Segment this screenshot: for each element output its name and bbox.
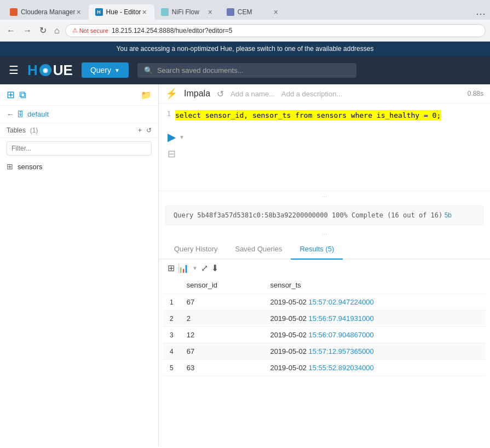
tab-close-cem[interactable]: ×	[273, 8, 279, 16]
tab-icon-cm	[10, 8, 18, 16]
sidebar: ⊞ ⧉ 📁 ← 🗄 default Tables (1) + ↺ ⊞ senso…	[0, 84, 159, 446]
folder-icon[interactable]: 📁	[141, 90, 152, 100]
add-name-field[interactable]: Add a name...	[230, 90, 275, 98]
editor-area: ⚡ Impala ↺ Add a name... Add a descripti…	[159, 84, 490, 446]
app-header: ☰ H ◉ UE Query ▼ 🔍	[0, 56, 490, 84]
tab-label-hue: Hue - Editor	[106, 8, 141, 16]
not-secure-label: Not secure	[79, 27, 108, 34]
home-button[interactable]: ⌂	[52, 25, 62, 37]
breadcrumb: ← 🗄 default	[0, 106, 158, 123]
tab-icon-nifi	[161, 8, 169, 16]
url-text: 18.215.124.254:8888/hue/editor?editor=5	[112, 27, 233, 35]
chart-dropdown-arrow[interactable]: ▼	[192, 265, 198, 271]
drag-handle-top[interactable]: ···	[159, 191, 490, 202]
tab-label-cm: Cloudera Manager	[21, 8, 75, 16]
database-icon: 🗄	[17, 110, 24, 118]
code-content[interactable]: select sensor_id, sensor_ts from sensors…	[175, 109, 490, 120]
reload-button[interactable]: ↻	[37, 24, 49, 37]
row-num-2: 2	[163, 311, 180, 327]
saved-queries-label: Saved Queries	[235, 245, 282, 253]
search-input[interactable]	[157, 66, 267, 74]
back-arrow-icon[interactable]: ←	[7, 110, 14, 118]
table-row: 1 67 2019-05-02 15:57:02.947224000	[163, 294, 486, 311]
add-desc-field[interactable]: Add a description...	[281, 90, 342, 98]
tab-query-history[interactable]: Query History	[165, 239, 226, 260]
url-box[interactable]: ⚠ Not secure 18.215.124.254:8888/hue/edi…	[65, 24, 486, 37]
cell-sensor-id-2: 2	[180, 311, 264, 327]
main-layout: ⊞ ⧉ 📁 ← 🗄 default Tables (1) + ↺ ⊞ senso…	[0, 84, 490, 446]
not-secure-indicator: ⚠ Not secure	[72, 27, 108, 34]
results-toolbar: ⊞ 📊 ▼ ⤢ ⬇	[163, 260, 486, 277]
tab-saved-queries[interactable]: Saved Queries	[226, 239, 291, 260]
new-tab-button[interactable]: ⋯	[471, 8, 490, 20]
table-row: 5 63 2019-05-02 15:55:52.892034000	[163, 360, 486, 376]
chart-icon[interactable]: 📊	[178, 263, 189, 273]
cell-sensor-id-1: 67	[180, 294, 264, 311]
back-button[interactable]: ←	[4, 25, 18, 37]
query-detail-link[interactable]: 5b	[445, 211, 452, 219]
search-icon: 🔍	[144, 66, 153, 74]
table-item-sensors[interactable]: ⊞ sensors	[0, 159, 158, 174]
col-header-num	[163, 277, 180, 294]
query-timer: 0.88s	[468, 90, 483, 97]
tables-count: (1)	[30, 127, 38, 134]
table-filter-input[interactable]	[7, 141, 152, 156]
tables-header: Tables (1) + ↺	[0, 123, 158, 138]
database-stack-icon[interactable]: ⊞	[7, 89, 15, 101]
line-number-1: 1	[159, 110, 171, 118]
results-table-body: 1 67 2019-05-02 15:57:02.947224000 2 2 2…	[163, 294, 486, 376]
history-button[interactable]: ↺	[217, 89, 224, 99]
sidebar-toolbar: ⊞ ⧉ 📁	[0, 84, 158, 106]
table-icon: ⊞	[7, 162, 13, 171]
tab-close-hue[interactable]: ×	[141, 8, 148, 16]
drag-handle-bottom[interactable]: ···	[159, 228, 490, 239]
copy-icon[interactable]: ⧉	[19, 89, 26, 101]
address-bar: ← → ↻ ⌂ ⚠ Not secure 18.215.124.254:8888…	[0, 20, 490, 42]
table-actions[interactable]: + ↺	[138, 127, 152, 134]
row-num-4: 4	[163, 343, 180, 360]
hue-logo: H ◉ UE	[27, 62, 73, 79]
hamburger-icon[interactable]: ☰	[9, 64, 19, 77]
grid-view-icon[interactable]: ⊞	[168, 263, 175, 273]
download-icon[interactable]: ⬇	[211, 263, 218, 273]
logo-circle: ◉	[39, 64, 51, 76]
run-button[interactable]: ▶ ▼	[168, 130, 185, 143]
table-row: 4 67 2019-05-02 15:57:12.957365000	[163, 343, 486, 360]
col-header-sensor-ts: sensor_ts	[263, 277, 486, 294]
tab-nifi[interactable]: NiFi Flow ×	[154, 4, 220, 20]
browser-chrome: Cloudera Manager × H Hue - Editor × NiFi…	[0, 0, 490, 42]
editor-topbar: ⚡ Impala ↺ Add a name... Add a descripti…	[159, 84, 490, 104]
tab-bar: Cloudera Manager × H Hue - Editor × NiFi…	[0, 0, 490, 20]
tab-close-nifi[interactable]: ×	[207, 8, 214, 16]
tab-cem[interactable]: CEM ×	[220, 4, 286, 20]
add-table-icon[interactable]: +	[138, 127, 142, 134]
tab-icon-hue: H	[95, 8, 103, 16]
tab-hue-editor[interactable]: H Hue - Editor ×	[89, 4, 154, 20]
db-name-label[interactable]: default	[27, 110, 49, 118]
tab-close-cm[interactable]: ×	[75, 8, 82, 16]
query-button[interactable]: Query ▼	[82, 62, 129, 78]
search-box[interactable]: 🔍	[137, 63, 356, 78]
tab-cloudera-manager[interactable]: Cloudera Manager ×	[3, 4, 89, 20]
table-row: 3 12 2019-05-02 15:56:07.904867000	[163, 327, 486, 343]
line-numbers: 1	[159, 109, 175, 120]
cell-sensor-ts-2: 2019-05-02 15:56:57.941931000	[263, 311, 486, 327]
refresh-icon[interactable]: ↺	[146, 127, 152, 134]
ts-time-highlight: 15:56:07.904867000	[309, 331, 374, 339]
query-status-text: Query 5b48f3a57d5381c0:58b3a92200000000 …	[174, 211, 442, 219]
col-header-sensor-id: sensor_id	[180, 277, 264, 294]
tab-results[interactable]: Results (5)	[291, 239, 343, 260]
warning-triangle-icon: ⚠	[72, 27, 78, 34]
cell-sensor-id-4: 67	[180, 343, 264, 360]
run-dropdown-arrow[interactable]: ▼	[179, 134, 185, 140]
row-num-1: 1	[163, 294, 180, 311]
forward-button[interactable]: →	[21, 25, 34, 37]
play-icon: ▶	[168, 130, 176, 143]
code-editor[interactable]: 1 select sensor_id, sensor_ts from senso…	[159, 104, 490, 191]
results-table: sensor_id sensor_ts 1 67 2019-05-02 15:5…	[163, 277, 486, 376]
query-text-highlight: select sensor_id, sensor_ts from sensors…	[175, 110, 441, 120]
expand-icon[interactable]: ⤢	[201, 263, 208, 273]
format-button[interactable]: ⊟	[168, 148, 176, 160]
ts-time-highlight: 15:55:52.892034000	[309, 364, 374, 372]
code-line-area: 1 select sensor_id, sensor_ts from senso…	[159, 104, 490, 126]
